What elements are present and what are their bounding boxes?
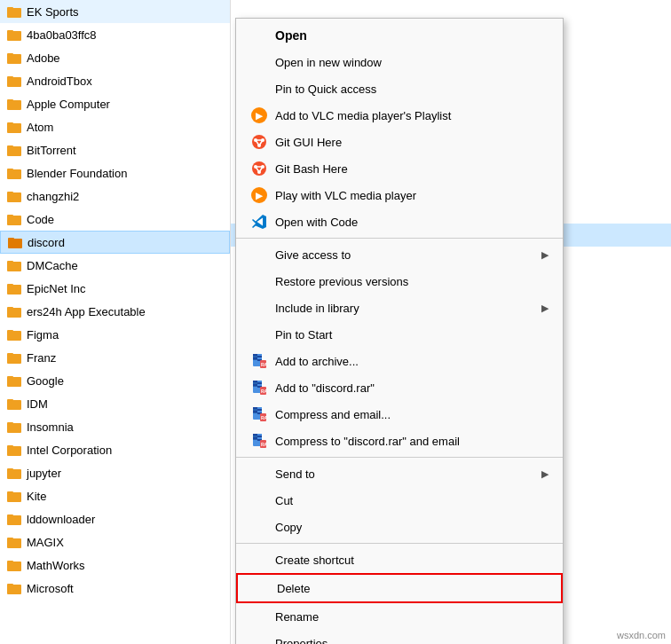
menu-item-open-code[interactable]: Open with Code	[236, 208, 563, 235]
menu-item-open[interactable]: Open	[236, 22, 563, 49]
menu-item-pin-start[interactable]: Pin to Start	[236, 321, 563, 348]
folder-name: MathWorks	[27, 559, 85, 572]
folder-item-apple-computer[interactable]: Apple Computer	[0, 92, 230, 115]
menu-item-add-vlc-playlist[interactable]: ▶Add to VLC media player's Playlist	[236, 102, 563, 129]
folder-item-figma[interactable]: Figma	[0, 323, 230, 346]
folder-item-jupyter[interactable]: jupyter	[0, 461, 230, 484]
folder-item-kite[interactable]: Kite	[0, 484, 230, 507]
folder-name: Microsoft	[27, 582, 74, 595]
folder-item-code[interactable]: Code	[0, 208, 230, 231]
folder-item-4ba0ba03ffc8[interactable]: 4ba0ba03ffc8	[0, 23, 230, 46]
menu-item-compress-rar-email[interactable]: RAR Compress to "discord.rar" and email	[236, 428, 563, 454]
folder-name: Franz	[27, 351, 56, 365]
svg-rect-124	[253, 437, 257, 439]
vlc-icon: ▶	[250, 186, 268, 204]
menu-label-give-access: Give access to	[275, 248, 541, 262]
menu-item-copy[interactable]: Copy	[236, 514, 563, 540]
menu-item-add-discord-rar[interactable]: RAR Add to "discord.rar"	[236, 374, 563, 401]
folder-item-atom[interactable]: Atom	[0, 115, 230, 138]
menu-label-rename: Rename	[275, 610, 549, 624]
folder-item-intel-corporation[interactable]: Intel Corporation	[0, 438, 230, 461]
menu-item-icon-empty	[250, 465, 268, 483]
folder-name: AndroidTbox	[27, 75, 92, 88]
folder-item-adobe[interactable]: Adobe	[0, 46, 230, 69]
folder-icon	[7, 581, 21, 595]
menu-item-git-gui[interactable]: Git GUI Here	[236, 129, 563, 155]
folder-item-franz[interactable]: Franz	[0, 346, 230, 369]
rar-icon: RAR	[250, 379, 268, 397]
menu-item-include-library[interactable]: Include in library▶	[236, 295, 563, 321]
folder-item-mathworks[interactable]: MathWorks	[0, 554, 230, 577]
menu-item-open-new-window[interactable]: Open in new window	[236, 49, 563, 75]
svg-rect-95	[253, 354, 257, 356]
menu-item-play-vlc[interactable]: ▶Play with VLC media player	[236, 182, 563, 208]
folder-icon	[7, 97, 21, 111]
folder-item-blender-foundation[interactable]: Blender Foundation	[0, 161, 230, 185]
folder-icon	[7, 443, 21, 457]
folder-icon	[7, 4, 21, 19]
folder-icon	[7, 420, 21, 434]
folder-item-discord[interactable]: discord	[0, 231, 230, 254]
menu-item-rename[interactable]: Rename	[236, 603, 563, 630]
folder-icon	[7, 535, 21, 549]
menu-item-delete[interactable]: Delete	[236, 573, 563, 603]
menu-label-restore-versions: Restore previous versions	[275, 275, 549, 288]
folder-item-microsoft[interactable]: Microsoft	[0, 577, 230, 600]
folder-item-magix[interactable]: MAGIX	[0, 530, 230, 554]
menu-label-open: Open	[275, 28, 549, 43]
menu-item-pin-quick-access[interactable]: Pin to Quick access	[236, 75, 563, 102]
menu-item-properties[interactable]: Properties	[236, 630, 563, 644]
menu-item-git-bash[interactable]: Git Bash Here	[236, 155, 563, 182]
menu-label-include-library: Include in library	[275, 302, 541, 315]
folder-icon	[8, 235, 22, 249]
svg-rect-104	[253, 381, 257, 382]
menu-label-send-to: Send to	[275, 467, 541, 481]
menu-label-open-code: Open with Code	[275, 216, 549, 229]
folder-item-changzhi2[interactable]: changzhi2	[0, 185, 230, 208]
menu-item-icon-empty	[250, 634, 268, 644]
folder-item-insomnia[interactable]: Insomnia	[0, 415, 230, 438]
menu-item-give-access[interactable]: Give access to▶	[236, 241, 563, 268]
rar-icon: RAR	[250, 405, 268, 423]
submenu-arrow-include-library: ▶	[541, 302, 549, 314]
folder-item-dmcache[interactable]: DMCache	[0, 254, 230, 277]
menu-item-icon-empty	[250, 272, 268, 290]
menu-label-git-gui: Git GUI Here	[275, 136, 549, 149]
folder-icon	[7, 466, 21, 480]
folder-name: Blender Foundation	[27, 167, 127, 180]
folder-name: Intel Corporation	[27, 444, 112, 457]
folder-icon	[7, 258, 21, 272]
menu-label-pin-quick-access: Pin to Quick access	[275, 82, 549, 96]
menu-item-restore-versions[interactable]: Restore previous versions	[236, 268, 563, 295]
watermark: wsxdn.com	[617, 630, 666, 640]
folder-icon	[7, 143, 21, 157]
folder-item-androidtbox[interactable]: AndroidTbox	[0, 69, 230, 92]
folder-name: Kite	[27, 490, 46, 503]
folder-item-bittorrent[interactable]: BitTorrent	[0, 138, 230, 161]
menu-item-icon-empty	[250, 491, 268, 509]
menu-item-add-archive[interactable]: RAR Add to archive...	[236, 348, 563, 374]
menu-label-add-vlc-playlist: Add to VLC media player's Playlist	[275, 109, 549, 122]
menu-item-compress-email[interactable]: RAR Compress and email...	[236, 401, 563, 428]
svg-rect-114	[257, 409, 262, 411]
folder-item-idm[interactable]: IDM	[0, 392, 230, 415]
svg-rect-113	[253, 407, 257, 409]
folder-item-ers24h-app-executable[interactable]: ers24h App Executable	[0, 300, 230, 323]
svg-rect-105	[257, 382, 262, 384]
folder-icon	[7, 281, 21, 295]
folder-item-ek-sports[interactable]: EK Sports	[0, 0, 230, 23]
folder-item-lddownloader[interactable]: lddownloader	[0, 507, 230, 530]
folder-name: Atom	[27, 121, 53, 134]
svg-text:RAR: RAR	[261, 362, 267, 367]
svg-text:RAR: RAR	[261, 442, 267, 447]
menu-item-create-shortcut[interactable]: Create shortcut	[236, 546, 563, 573]
menu-item-icon-empty	[250, 27, 268, 44]
folder-item-google[interactable]: Google	[0, 369, 230, 392]
menu-item-send-to[interactable]: Send to▶	[236, 460, 563, 487]
folder-icon	[7, 512, 21, 526]
menu-item-cut[interactable]: Cut	[236, 487, 563, 514]
folder-name: Figma	[27, 328, 59, 342]
menu-item-icon-empty	[250, 551, 268, 569]
folder-item-epicnet-inc[interactable]: EpicNet Inc	[0, 277, 230, 300]
svg-rect-96	[257, 356, 262, 357]
